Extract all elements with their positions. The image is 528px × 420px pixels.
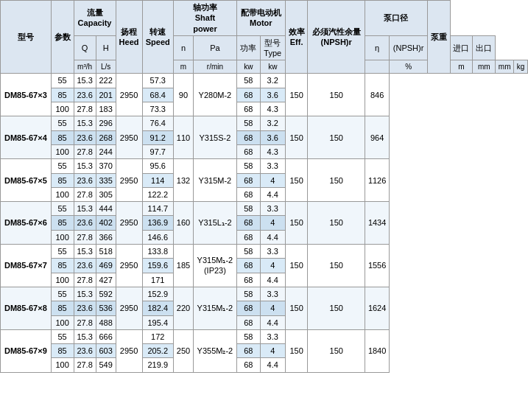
- cell-weight: 1556: [365, 245, 389, 287]
- col-head: 扬程Heed: [116, 1, 142, 74]
- cell-q2: 23.6: [74, 301, 96, 315]
- unit-pa: kw: [236, 60, 260, 74]
- cell-pa: 219.9: [142, 358, 173, 372]
- cell-h: 183: [96, 102, 116, 116]
- cell-h: 296: [96, 116, 116, 130]
- cell-npsh: 3.6: [260, 88, 285, 102]
- cell-outlet: 150: [308, 245, 365, 287]
- cell-speed: 2950: [116, 329, 142, 372]
- cell-q1: 100: [51, 144, 74, 158]
- cell-pa: 195.4: [142, 315, 173, 329]
- cell-npsh: 4.4: [260, 187, 285, 201]
- cell-outlet: 150: [308, 202, 365, 245]
- cell-q1: 100: [51, 187, 74, 201]
- cell-weight: 1840: [365, 329, 389, 372]
- model-cell: DM85-67×5: [1, 159, 52, 202]
- cell-q2: 15.3: [74, 245, 96, 259]
- cell-inlet: 150: [285, 202, 308, 245]
- table-row: DM85-67×75515.35182950133.8185Y315M₁-2(I…: [1, 245, 528, 259]
- cell-weight: 964: [365, 116, 389, 159]
- cell-eff: 68: [236, 344, 260, 358]
- cell-q1: 85: [51, 259, 74, 273]
- model-cell: DM85-67×9: [1, 329, 52, 372]
- cell-pa: 171: [142, 273, 173, 287]
- cell-h: 402: [96, 216, 116, 230]
- cell-pa: 95.6: [142, 159, 173, 173]
- cell-eff: 58: [236, 74, 260, 88]
- table-row: 10027.8549219.9684.4: [1, 358, 528, 372]
- cell-pa: 68.4: [142, 88, 173, 102]
- cell-q1: 55: [51, 116, 74, 130]
- header-row-1: 型号 参数 流量流量 CapacityCapacity 扬程Heed 转速Spe…: [1, 1, 528, 36]
- unit-n: r/min: [193, 60, 236, 74]
- cell-npsh: 3.3: [260, 245, 285, 259]
- subheader-Q: Q: [74, 35, 96, 60]
- cell-eff: 68: [236, 144, 260, 158]
- unit-motor-type: [365, 60, 389, 74]
- subheader-eff-sym: η: [365, 35, 389, 60]
- cell-outlet: 150: [308, 159, 365, 202]
- cell-inlet: 150: [285, 74, 308, 116]
- cell-pa: 76.4: [142, 116, 173, 130]
- cell-q1: 55: [51, 202, 74, 216]
- subheader-npsh-sym: (NPSH)r: [390, 35, 428, 60]
- cell-npsh: 3.2: [260, 116, 285, 130]
- table-row: DM85-67×85515.35922950152.9220Y315M₁-258…: [1, 287, 528, 301]
- cell-power: 90: [174, 74, 194, 116]
- cell-outlet: 150: [308, 329, 365, 372]
- cell-q2: 27.8: [74, 358, 96, 372]
- cell-h: 427: [96, 273, 116, 287]
- cell-eff: 68: [236, 230, 260, 244]
- col-shaft-power: 轴功率Shaftpower: [174, 1, 237, 36]
- col-capacity: 流量流量 CapacityCapacity: [74, 1, 116, 36]
- table-row: 8523.626891.2683.6: [1, 130, 528, 144]
- cell-eff: 58: [236, 116, 260, 130]
- cell-h: 305: [96, 187, 116, 201]
- cell-pa: 114: [142, 173, 173, 187]
- unit-outlet: mm: [496, 60, 514, 74]
- table-row: 10027.824497.7684.3: [1, 144, 528, 158]
- unit-eff: %: [390, 60, 428, 74]
- cell-outlet: 150: [308, 287, 365, 329]
- cell-q2: 23.6: [74, 259, 96, 273]
- cell-q2: 27.8: [74, 273, 96, 287]
- cell-q1: 100: [51, 230, 74, 244]
- cell-npsh: 3.3: [260, 202, 285, 216]
- table-row: 8523.6402136.9684: [1, 216, 528, 230]
- cell-h: 366: [96, 230, 116, 244]
- cell-pa: 91.2: [142, 130, 173, 144]
- unit-weight: kg: [514, 60, 528, 74]
- table-row: 8523.6469159.6684: [1, 259, 528, 273]
- cell-eff: 58: [236, 245, 260, 259]
- cell-eff: 58: [236, 329, 260, 343]
- cell-q2: 23.6: [74, 216, 96, 230]
- col-npsh: 必须汽性余量(NPSH)r: [308, 1, 365, 74]
- cell-npsh: 4: [260, 216, 285, 230]
- cell-h: 488: [96, 315, 116, 329]
- table-row: 8523.620168.4683.6: [1, 88, 528, 102]
- unit-q1: m³/h: [74, 60, 96, 74]
- cell-weight: 1434: [365, 202, 389, 245]
- cell-motor: Y315M-2: [193, 159, 236, 202]
- cell-h: 335: [96, 173, 116, 187]
- cell-pa: 73.3: [142, 102, 173, 116]
- model-cell: DM85-67×7: [1, 245, 52, 287]
- cell-q1: 85: [51, 216, 74, 230]
- cell-inlet: 150: [285, 159, 308, 202]
- cell-weight: 1624: [365, 287, 389, 329]
- col-model: 型号: [1, 1, 52, 74]
- subheader-Pa: Pa: [193, 35, 236, 60]
- cell-inlet: 150: [285, 116, 308, 159]
- model-cell: DM85-67×6: [1, 202, 52, 245]
- table-row: 10027.8427171684.4: [1, 273, 528, 287]
- cell-power: 110: [174, 116, 194, 159]
- table-row: DM85-67×55515.3370295095.6132Y315M-2583.…: [1, 159, 528, 173]
- cell-outlet: 150: [308, 74, 365, 116]
- cell-eff: 68: [236, 216, 260, 230]
- cell-pa: 114.7: [142, 202, 173, 216]
- cell-h: 268: [96, 130, 116, 144]
- model-cell: DM85-67×4: [1, 116, 52, 159]
- col-motor: 配带电动机Motor: [236, 1, 285, 36]
- cell-q2: 15.3: [74, 116, 96, 130]
- subheader-H-label: H: [96, 35, 116, 60]
